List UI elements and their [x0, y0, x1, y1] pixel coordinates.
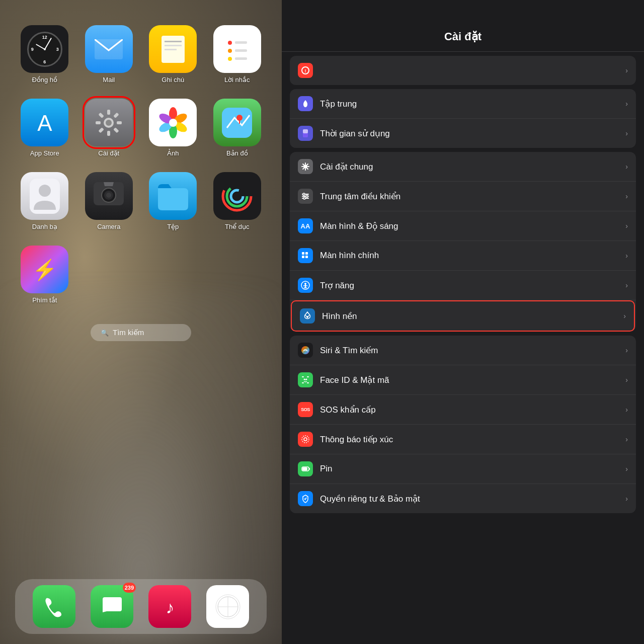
- app-item-reminders[interactable]: Lời nhắc: [208, 25, 267, 84]
- home-content: 12 3 6 9 Đồng hồ: [0, 0, 282, 644]
- dock-messages[interactable]: 239: [91, 585, 133, 628]
- svg-point-90: [304, 438, 307, 441]
- settings-row-thoi-gian[interactable]: Thời gian sử dụng ›: [290, 119, 636, 148]
- photos-icon: [149, 99, 197, 146]
- hinh-nen-chevron: ›: [623, 312, 626, 320]
- face-id-chevron: ›: [625, 376, 628, 384]
- settings-group-3: Siri & Tìm kiếm › Face ID: [290, 336, 636, 513]
- contacts-label: Danh bạ: [32, 223, 57, 230]
- svg-rect-63: [301, 166, 303, 167]
- cai-dat-chung-chevron: ›: [625, 163, 628, 171]
- man-hinh-chinh-icon: [298, 248, 313, 263]
- settings-row-cai-dat-chung[interactable]: Cài đặt chung ›: [290, 152, 636, 182]
- mail-label: Mail: [103, 76, 115, 84]
- settings-group-2: Cài đặt chung › Trung tâm điều khiển ›: [290, 152, 636, 332]
- app-item-appstore[interactable]: A App Store: [15, 99, 74, 157]
- tap-trung-label: Tập trung: [320, 99, 625, 109]
- settings-row-tro-nang[interactable]: Trợ năng ›: [290, 271, 636, 300]
- thoi-gian-icon: [298, 126, 313, 141]
- tro-nang-label: Trợ năng: [320, 280, 625, 291]
- partial-row-icon: !: [298, 63, 313, 78]
- sos-chevron: ›: [625, 406, 628, 414]
- dock-music[interactable]: ♪: [148, 585, 191, 628]
- clock-label: Đồng hồ: [32, 76, 57, 84]
- quyen-rieng-tu-label: Quyền riêng tư & Bảo mật: [320, 494, 625, 504]
- face-id-label: Face ID & Mật mã: [320, 375, 625, 385]
- settings-row-face-id[interactable]: Face ID & Mật mã ›: [290, 365, 636, 395]
- svg-rect-9: [235, 49, 247, 52]
- dock-phone[interactable]: [33, 585, 75, 628]
- svg-rect-22: [99, 112, 104, 118]
- svg-rect-57: [305, 163, 306, 165]
- svg-rect-84: [302, 382, 304, 383]
- fitness-label: Thể dục: [225, 223, 250, 230]
- svg-rect-74: [305, 256, 308, 258]
- camera-icon: [85, 172, 133, 220]
- settings-header: Cài đặt: [282, 0, 644, 52]
- app-item-camera[interactable]: Camera: [79, 172, 139, 230]
- settings-row-quyen-rieng-tu[interactable]: Quyền riêng tư & Bảo mật ›: [290, 484, 636, 513]
- settings-row-hinh-nen[interactable]: Hình nền ›: [292, 301, 634, 331]
- app-item-mail[interactable]: Mail: [79, 25, 139, 84]
- svg-rect-59: [307, 166, 309, 167]
- settings-app-label: Cài đặt: [98, 149, 119, 157]
- appstore-label: App Store: [30, 149, 59, 157]
- svg-rect-7: [235, 41, 247, 44]
- thong-bao-label: Thông báo tiếp xúc: [320, 434, 625, 445]
- partial-chevron: ›: [625, 66, 628, 74]
- settings-row-partial[interactable]: ! ›: [290, 56, 636, 85]
- app-item-maps[interactable]: Bản đồ: [208, 99, 267, 157]
- search-icon: 🔍: [101, 329, 109, 337]
- hinh-nen-label: Hình nền: [322, 311, 623, 321]
- settings-row-trung-tam[interactable]: Trung tâm điều khiển ›: [290, 182, 636, 211]
- settings-row-sos[interactable]: SOS SOS khẩn cấp ›: [290, 395, 636, 425]
- settings-row-siri[interactable]: Siri & Tìm kiếm ›: [290, 336, 636, 365]
- settings-row-pin[interactable]: Pin ›: [290, 454, 636, 484]
- appstore-icon: A: [21, 99, 68, 146]
- camera-label: Camera: [97, 223, 120, 230]
- settings-group-partial: ! ›: [290, 56, 636, 85]
- settings-row-thong-bao[interactable]: Thông báo tiếp xúc ›: [290, 425, 636, 454]
- app-item-notes[interactable]: Ghi chú: [143, 25, 203, 84]
- svg-rect-20: [99, 127, 104, 133]
- app-item-photos[interactable]: Ảnh: [143, 99, 203, 157]
- dock-safari[interactable]: [206, 585, 249, 628]
- app-item-clock[interactable]: 12 3 6 9 Đồng hồ: [15, 25, 74, 84]
- app-item-shortcuts[interactable]: ⚡ Phím tắt: [15, 246, 74, 304]
- shortcuts-label: Phím tắt: [32, 296, 57, 304]
- siri-label: Siri & Tìm kiếm: [320, 345, 625, 356]
- svg-point-56: [303, 165, 307, 169]
- svg-point-14: [106, 120, 112, 126]
- svg-rect-39: [219, 179, 255, 214]
- cai-dat-chung-icon: [298, 159, 313, 174]
- thong-bao-icon: [298, 432, 313, 447]
- thong-bao-chevron: ›: [625, 435, 628, 443]
- settings-row-man-hinh-do-sang[interactable]: AA Màn hình & Độ sáng ›: [290, 211, 636, 241]
- clock-icon: 12 3 6 9: [21, 25, 68, 73]
- mail-icon: [85, 25, 133, 73]
- svg-point-89: [302, 436, 309, 443]
- files-icon: [149, 172, 197, 220]
- app-item-files[interactable]: Tệp: [143, 172, 203, 230]
- photos-label: Ảnh: [167, 149, 179, 157]
- svg-rect-21: [96, 121, 101, 124]
- svg-rect-82: [302, 376, 304, 377]
- svg-point-34: [39, 185, 51, 197]
- settings-row-man-hinh-chinh[interactable]: Màn hình chính ›: [290, 241, 636, 271]
- app-item-fitness[interactable]: Thể dục: [208, 172, 267, 230]
- svg-point-8: [228, 49, 232, 53]
- app-item-contacts[interactable]: Danh bạ: [15, 172, 74, 230]
- trung-tam-chevron: ›: [625, 192, 628, 200]
- svg-rect-92: [302, 467, 307, 470]
- svg-rect-85: [307, 382, 309, 383]
- svg-text:⚡: ⚡: [32, 258, 57, 282]
- svg-text:♪: ♪: [166, 598, 174, 617]
- svg-rect-30: [222, 108, 252, 138]
- search-bar[interactable]: 🔍 Tìm kiếm: [91, 324, 191, 341]
- svg-rect-19: [107, 131, 110, 136]
- settings-group-1: Tập trung › Thời gian sử dụng ›: [290, 89, 636, 148]
- settings-row-tap-trung[interactable]: Tập trung ›: [290, 89, 636, 119]
- settings-app-icon: [85, 99, 133, 146]
- app-item-settings[interactable]: Cài đặt: [79, 99, 139, 157]
- svg-point-68: [303, 193, 305, 195]
